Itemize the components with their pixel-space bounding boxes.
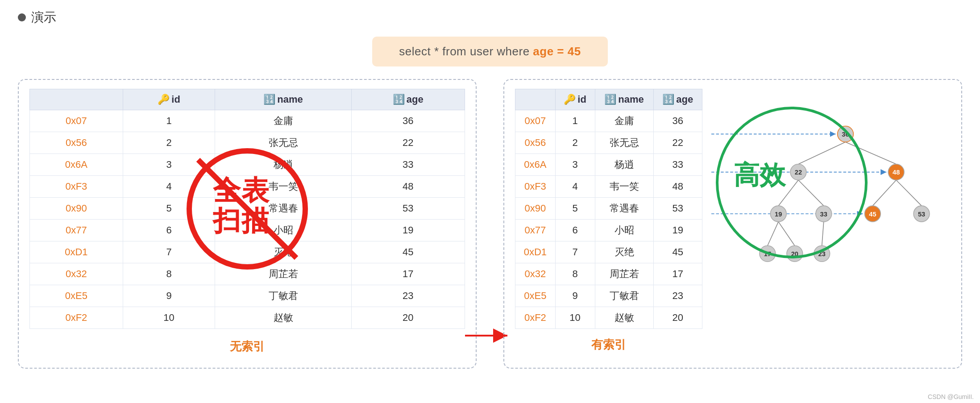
row-name: 周芷若 [595,263,653,285]
svg-line-5 [798,142,846,164]
sql-prefix: select * from user where [399,45,533,58]
row-addr: 0xF3 [515,176,556,198]
row-age: 45 [351,241,465,263]
row-name: 杨逍 [215,154,351,176]
ban-text: 全表 扫描 [213,175,270,236]
has-index-label: 有索引 [515,337,702,353]
row-name: 灭绝 [595,241,653,263]
row-name: 周芷若 [215,263,351,285]
row-age: 36 [653,110,702,132]
table-row: 0x32 8 周芷若 17 [30,263,465,285]
row-addr: 0x56 [515,132,556,154]
row-id: 5 [555,198,595,220]
row-id: 9 [555,285,595,307]
row-id: 3 [555,154,595,176]
row-id: 4 [123,176,215,198]
svg-text:33: 33 [820,211,827,218]
row-id: 10 [555,307,595,329]
row-addr: 0x6A [515,154,556,176]
row-age: 48 [351,176,465,198]
row-name: 赵敏 [215,307,351,329]
right-col-header-id: 🔑id [555,89,595,110]
row-id: 3 [123,154,215,176]
header-row: 演示 [18,9,962,26]
svg-text:20: 20 [791,250,798,258]
row-addr: 0x90 [515,198,556,220]
sql-highlight: age = 45 [533,45,581,58]
col-header-addr [30,89,123,110]
row-addr: 0x77 [30,220,123,241]
svg-text:17: 17 [764,250,771,258]
row-id: 6 [123,220,215,241]
row-addr: 0x77 [515,220,556,241]
row-age: 20 [351,307,465,329]
table-row: 0x56 2 张无忌 22 [30,132,465,154]
row-age: 17 [351,263,465,285]
svg-text:48: 48 [893,169,900,176]
table-row: 0xD1 7 灭绝 45 [515,241,702,263]
row-age: 48 [653,176,702,198]
row-age: 22 [653,132,702,154]
table-row: 0xF2 10 赵敏 20 [515,307,702,329]
row-age: 23 [653,285,702,307]
table-row: 0x77 6 小昭 19 [515,220,702,241]
row-name: 张无忌 [215,132,351,154]
row-addr: 0x90 [30,198,123,220]
row-id: 2 [555,132,595,154]
row-age: 17 [653,263,702,285]
table-row: 0x6A 3 杨逍 33 [30,154,465,176]
panels-container: 🔑id 🔢name 🔢age 0x07 1 金庸 36 0x56 2 张无忌 2… [18,79,962,369]
tree-area: 36224819334553172023 高效 [711,89,951,341]
row-age: 36 [351,110,465,132]
panel-has-index: 🔑id 🔢name 🔢age 0x07 1 金庸 36 0x56 2 张无忌 2… [503,79,962,369]
table-row: 0xF3 4 韦一笑 48 [515,176,702,198]
table-row: 0x07 1 金庸 36 [515,110,702,132]
row-age: 23 [351,285,465,307]
row-addr: 0x07 [30,110,123,132]
row-name: 金庸 [215,110,351,132]
row-id: 4 [555,176,595,198]
row-name: 赵敏 [595,307,653,329]
table-row: 0xF2 10 赵敏 20 [30,307,465,329]
table-row: 0xD1 7 灭绝 45 [30,241,465,263]
svg-text:19: 19 [775,211,782,218]
svg-line-8 [798,180,824,206]
row-addr: 0xE5 [515,285,556,307]
row-addr: 0xF2 [515,307,556,329]
page-title: 演示 [31,9,56,26]
table-row: 0x07 1 金庸 36 [30,110,465,132]
svg-line-7 [778,180,798,206]
row-addr: 0x6A [30,154,123,176]
row-id: 5 [123,198,215,220]
row-name: 灭绝 [215,241,351,263]
row-age: 22 [351,132,465,154]
row-name: 常遇春 [595,198,653,220]
svg-text:36: 36 [842,131,849,138]
row-name: 丁敏君 [595,285,653,307]
row-age: 19 [653,220,702,241]
row-id: 10 [123,307,215,329]
col-header-name: 🔢name [215,89,351,110]
sql-box: select * from user where age = 45 [18,37,962,66]
row-addr: 0x56 [30,132,123,154]
row-age: 53 [653,198,702,220]
table-overlay: 🔑id 🔢name 🔢age 0x07 1 金庸 36 0x56 2 张无忌 2… [29,89,465,329]
row-id: 2 [123,132,215,154]
row-addr: 0xD1 [515,241,556,263]
row-id: 9 [123,285,215,307]
right-col-header-age: 🔢age [653,89,702,110]
watermark: CSDN @GumiII. [928,393,974,400]
table-row: 0xE5 9 丁敏君 23 [515,285,702,307]
table-row: 0xE5 9 丁敏君 23 [30,285,465,307]
row-id: 7 [555,241,595,263]
row-age: 45 [653,241,702,263]
row-id: 7 [123,241,215,263]
row-name: 张无忌 [595,132,653,154]
svg-text:45: 45 [869,211,876,218]
panel-no-index: 🔑id 🔢name 🔢age 0x07 1 金庸 36 0x56 2 张无忌 2… [18,79,477,369]
btree-svg: 36224819334553172023 [711,89,951,339]
table-row: 0x90 5 常遇春 53 [515,198,702,220]
row-age: 33 [351,154,465,176]
row-id: 8 [555,263,595,285]
row-id: 8 [123,263,215,285]
